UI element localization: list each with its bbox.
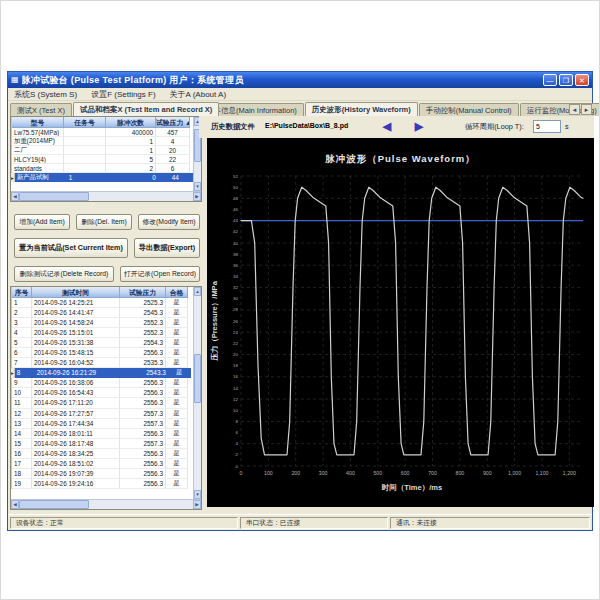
table-header-cell[interactable]: 试验压力 [120, 287, 166, 298]
scroll-down-button[interactable]: ▼ [194, 182, 201, 191]
table-row[interactable]: 32014-09-26 14:58:242552.3是 [11, 318, 193, 328]
table-cell: 是 [166, 378, 188, 388]
table-row[interactable]: standards26 [11, 164, 193, 173]
table-header-cell[interactable]: 任务号 [64, 117, 106, 128]
scroll-down-button[interactable]: ▼ [194, 490, 201, 499]
table-cell: 是 [166, 449, 188, 459]
table-row[interactable]: 122014-09-26 17:27:572557.3是 [11, 409, 193, 419]
table-row[interactable]: 42014-09-26 15:15:012552.3是 [11, 328, 193, 338]
scroll-track[interactable] [194, 296, 201, 490]
table-row[interactable]: 22014-09-26 14:41:472545.3是 [11, 308, 193, 318]
table-cell: 9 [12, 378, 32, 388]
scroll-track[interactable] [19, 500, 193, 509]
table-cell [64, 137, 106, 146]
table-cell: 11 [12, 398, 32, 408]
modify-item-button[interactable]: 修改(Modify Item) [138, 214, 200, 230]
scroll-thumb[interactable] [19, 500, 89, 509]
table-header-cell[interactable]: 测试时间 [32, 287, 120, 298]
table-header-cell[interactable]: 试验压力 ▲ [156, 117, 190, 128]
table-row[interactable]: 72014-09-26 16:04:522535.3是 [11, 358, 193, 368]
table-cell: 是 [166, 429, 188, 439]
tab-scroll-right-button[interactable]: ► [581, 104, 592, 115]
tab-scroll-left-button[interactable]: ◄ [569, 104, 580, 115]
loop-period-input[interactable] [533, 120, 561, 133]
table-cell: 2014-09-26 17:44:34 [32, 419, 120, 429]
scroll-right-button[interactable]: ▶ [193, 192, 201, 201]
table-cell: 2525.3 [120, 298, 166, 308]
maximize-button[interactable]: ❐ [559, 74, 573, 86]
x-tick-label: 800 [456, 470, 465, 476]
scroll-thumb[interactable] [19, 192, 89, 201]
table-row[interactable]: 152014-09-26 18:17:482557.3是 [11, 439, 193, 449]
table-row[interactable]: ▸82014-09-26 16:21:292543.3是 [11, 368, 193, 378]
table-header-cell[interactable]: 序号 [12, 287, 32, 298]
next-waveform-button[interactable]: ▶ [407, 118, 431, 135]
table-row[interactable]: 62014-09-26 15:48:152556.3是 [11, 348, 193, 358]
scroll-right-button[interactable]: ▶ [193, 500, 201, 509]
statusbar: 设备状态：正常串口状态：已连接通讯：未连接 [8, 514, 592, 530]
scroll-left-button[interactable]: ◀ [11, 500, 19, 509]
table-cell: 2535.3 [120, 358, 166, 368]
table-row[interactable]: 加重(2014MP)14 [11, 137, 193, 146]
table-cell: 是 [166, 459, 188, 469]
table-row[interactable]: 132014-09-26 17:44:342557.3是 [11, 419, 193, 429]
export-button[interactable]: 导出数据(Export) [134, 238, 200, 258]
table-cell: 2014-09-26 16:38:06 [32, 378, 120, 388]
y-tick-label: 52 [233, 174, 238, 179]
table-row[interactable]: 102014-09-26 16:54:432556.3是 [11, 388, 193, 398]
h-scrollbar[interactable]: ◀▶ [11, 191, 201, 201]
table-header-cell[interactable]: 脉冲次数 [106, 117, 156, 128]
table-cell: 2014-09-26 18:34:25 [32, 449, 120, 459]
table-cell: 2 [106, 164, 156, 173]
h-scrollbar[interactable]: ◀▶ [11, 499, 201, 509]
table-cell: 是 [166, 348, 188, 358]
close-button[interactable]: ✕ [575, 74, 589, 86]
y-tick-label: 18 [233, 363, 238, 368]
table-row[interactable]: ▸新产品试制1044 [11, 173, 193, 182]
open-record-button[interactable]: 打开记录(Open Record) [120, 266, 200, 282]
table-row[interactable]: Lw75.57(4MPa)400000457 [11, 128, 193, 137]
table-cell: 2014-09-26 18:17:48 [32, 439, 120, 449]
left-tab-0[interactable]: 测试X (Test X) [10, 103, 72, 116]
table-row[interactable]: 142014-09-26 18:01:112556.3是 [11, 429, 193, 439]
table-row[interactable]: 162014-09-26 18:34:252556.3是 [11, 449, 193, 459]
x-tick-label: 200 [291, 470, 300, 476]
scroll-thumb[interactable] [194, 354, 201, 403]
table-row[interactable]: 二厂120 [11, 146, 193, 155]
right-tab-1[interactable]: 历史波形(History Waveform) [305, 102, 418, 116]
scroll-left-button[interactable]: ◀ [11, 192, 19, 201]
left-tab-1[interactable]: 试品和档案X (Test Item and Record X) [73, 102, 219, 116]
table-header-cell[interactable]: 型号 [12, 117, 64, 128]
scroll-up-button[interactable]: ▲ [194, 287, 201, 296]
table-cell: 2556.3 [120, 469, 166, 479]
table-row[interactable]: 172014-09-26 18:51:022556.3是 [11, 459, 193, 469]
scroll-track[interactable] [19, 192, 193, 201]
right-tab-2[interactable]: 手动控制(Manual Control) [419, 103, 519, 116]
table-row[interactable]: 192014-09-26 19:24:162556.3是 [11, 479, 193, 489]
delete-item-button[interactable]: 删除(Del. Item) [76, 214, 132, 230]
table-row[interactable]: 112014-09-26 17:11:202556.3是 [11, 398, 193, 408]
menu-item[interactable]: 设置F (Settings F) [91, 89, 155, 100]
tab-scroll-buttons: ◄ ► [569, 104, 592, 115]
table-cell: 2014-09-26 19:24:16 [32, 479, 120, 489]
v-scrollbar[interactable]: ▲▼ [193, 287, 201, 499]
delete-record-button[interactable]: 删除测试记录(Delete Record) [14, 266, 114, 282]
table-row[interactable]: 12014-09-26 14:25:212525.3是 [11, 298, 193, 308]
table-row[interactable]: 92014-09-26 16:38:062556.3是 [11, 378, 193, 388]
table-header-cell[interactable]: 合格 [166, 287, 188, 298]
prev-waveform-button[interactable]: ◀ [375, 118, 399, 135]
y-tick-label: 22 [233, 341, 238, 346]
minimize-button[interactable]: — [543, 74, 557, 86]
table-row[interactable]: 52014-09-26 15:31:382554.3是 [11, 338, 193, 348]
y-tick-label: 48 [233, 196, 238, 201]
menu-item[interactable]: 系统S (System S) [14, 89, 77, 100]
add-item-button[interactable]: 增加(Add Item) [14, 214, 70, 230]
table-row[interactable]: HLCY19(4)522 [11, 155, 193, 164]
table-row[interactable]: 182014-09-26 19:07:392556.3是 [11, 469, 193, 479]
menu-item[interactable]: 关于A (About A) [170, 89, 226, 100]
y-tick-label: 24 [233, 330, 238, 335]
set-current-item-button[interactable]: 置为当前试品(Set Current Item) [14, 238, 128, 258]
table-cell: 2014-09-26 15:15:01 [32, 328, 120, 338]
table-cell: 2014-09-26 17:11:20 [32, 398, 120, 408]
y-tick-label: 50 [233, 185, 238, 190]
